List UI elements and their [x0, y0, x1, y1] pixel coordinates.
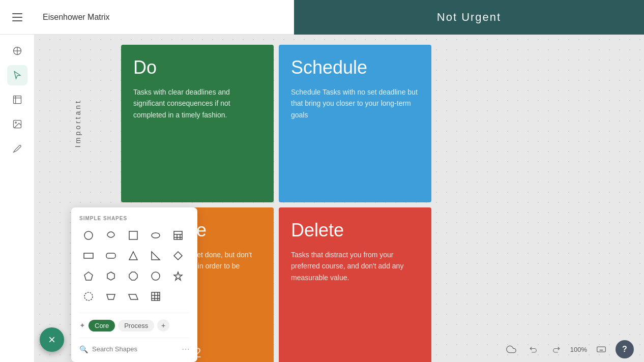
shape-diamond[interactable]	[169, 247, 187, 265]
svg-rect-15	[84, 253, 93, 258]
panel-section-label: SIMPLE SHAPES	[79, 216, 189, 221]
canvas-area[interactable]: Important Do Tasks with clear deadlines …	[35, 35, 644, 362]
tag-core[interactable]: Core	[89, 320, 115, 331]
tags-row: ✦ Core Process +	[79, 313, 189, 331]
not-urgent-header: Not Urgent	[294, 0, 644, 35]
shape-circle[interactable]	[79, 226, 98, 245]
schedule-title: Schedule	[291, 57, 419, 78]
shape-arc[interactable]	[102, 226, 120, 245]
svg-marker-18	[152, 252, 160, 260]
shapes-grid	[79, 226, 189, 306]
shape-rect[interactable]	[79, 247, 98, 265]
important-text: Important	[74, 99, 82, 147]
svg-marker-21	[107, 272, 114, 280]
svg-rect-33	[597, 347, 606, 352]
do-title: Do	[133, 57, 261, 78]
tag-sparkle-icon: ✦	[79, 321, 85, 329]
svg-marker-27	[129, 294, 138, 299]
svg-point-23	[152, 272, 160, 280]
svg-rect-8	[129, 231, 137, 239]
shape-circle3[interactable]	[79, 287, 98, 306]
svg-marker-20	[84, 272, 93, 280]
shape-pentagon[interactable]	[79, 267, 98, 285]
shape-trapezoid[interactable]	[102, 287, 120, 306]
sidebar-icon-frame[interactable]	[7, 89, 27, 110]
svg-rect-2	[13, 96, 21, 104]
shape-circle2[interactable]	[147, 267, 165, 285]
redo-button[interactable]	[548, 341, 564, 357]
keyboard-button[interactable]	[593, 341, 609, 357]
topbar: Not Urgent Eisenhower Matrix S P M	[0, 0, 644, 35]
tag-add-button[interactable]: +	[157, 319, 169, 331]
quadrant-schedule: Schedule Schedule Tasks with no set dead…	[279, 45, 431, 202]
shape-octagon[interactable]	[124, 267, 142, 285]
schedule-body: Schedule Tasks with no set deadline but …	[291, 86, 419, 120]
shape-oval[interactable]	[147, 226, 165, 245]
shape-triangle[interactable]	[124, 247, 142, 265]
svg-rect-16	[106, 253, 115, 258]
svg-marker-22	[129, 272, 137, 280]
shape-starburst[interactable]	[169, 267, 187, 285]
sidebar-icon-select[interactable]	[7, 65, 27, 85]
do-body: Tasks with clear deadlines and significa…	[133, 86, 261, 120]
shape-table[interactable]	[169, 226, 187, 245]
shapes-panel: SIMPLE SHAPES	[71, 207, 197, 362]
undo-button[interactable]	[525, 341, 542, 357]
important-label: Important	[35, 45, 121, 202]
left-sidebar	[0, 35, 35, 362]
svg-rect-28	[152, 292, 160, 300]
shape-square[interactable]	[124, 226, 142, 245]
sidebar-icon-draw[interactable]	[7, 138, 27, 159]
fab-button[interactable]: ×	[40, 327, 64, 352]
tag-process[interactable]: Process	[118, 320, 154, 331]
shape-right-triangle[interactable]	[147, 247, 165, 265]
search-shapes-input[interactable]	[92, 345, 178, 353]
svg-point-9	[152, 233, 160, 238]
svg-marker-19	[174, 252, 182, 260]
search-row: 🔍 ⋯	[79, 338, 189, 354]
shape-grid[interactable]	[147, 287, 165, 306]
quadrant-do: Do Tasks with clear deadlines and signif…	[121, 45, 274, 202]
shape-hexagon[interactable]	[102, 267, 120, 285]
sidebar-icon-shapes[interactable]	[7, 41, 27, 61]
svg-marker-1	[14, 72, 20, 79]
zoom-level[interactable]: 100%	[570, 346, 587, 353]
svg-point-25	[84, 292, 93, 300]
not-urgent-label: Not Urgent	[437, 11, 501, 24]
fab-icon: ×	[48, 334, 55, 346]
help-button[interactable]: ?	[616, 340, 634, 358]
document-title[interactable]: Eisenhower Matrix	[43, 13, 110, 22]
shape-rounded-rect[interactable]	[102, 247, 120, 265]
svg-point-7	[84, 231, 93, 239]
svg-point-6	[15, 122, 16, 124]
svg-marker-26	[107, 294, 115, 299]
delete-body: Tasks that distract you from your prefer…	[291, 249, 419, 283]
svg-marker-24	[174, 272, 182, 280]
bottom-toolbar: 100% ?	[493, 337, 644, 362]
cloud-save-button[interactable]	[503, 341, 519, 357]
svg-marker-17	[129, 252, 137, 260]
quadrant-delete: Delete Tasks that distract you from your…	[279, 207, 431, 362]
hamburger-icon	[12, 13, 22, 21]
menu-button[interactable]	[0, 0, 35, 35]
more-options-button[interactable]: ⋯	[182, 344, 190, 354]
delete-title: Delete	[291, 220, 419, 241]
sidebar-icon-image[interactable]	[7, 114, 27, 134]
shape-parallelogram[interactable]	[124, 287, 142, 306]
search-icon: 🔍	[79, 345, 88, 353]
svg-rect-10	[174, 231, 182, 239]
